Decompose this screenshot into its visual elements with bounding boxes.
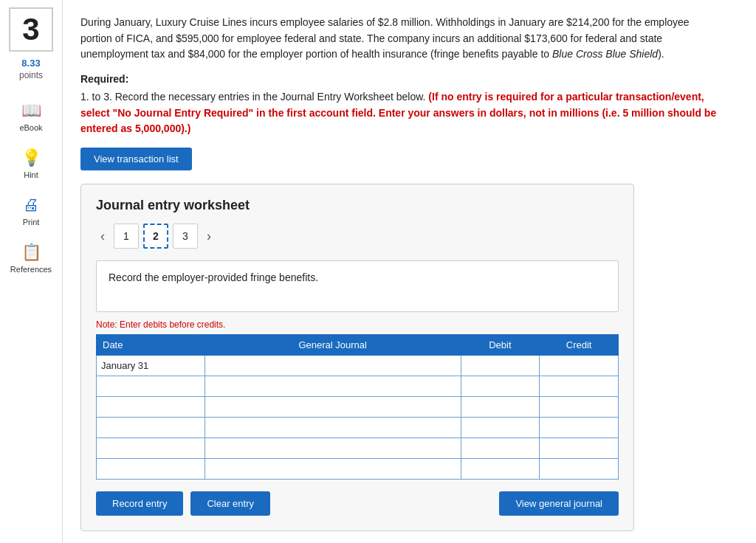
debit-input-0[interactable] bbox=[464, 359, 537, 373]
debit-input-4[interactable] bbox=[464, 441, 537, 455]
points-label: points bbox=[19, 70, 43, 80]
view-transaction-button[interactable]: View transaction list bbox=[80, 148, 192, 170]
credit-cell-5[interactable] bbox=[540, 459, 619, 480]
instruction-box: Record the employer-provided fringe bene… bbox=[96, 260, 619, 312]
col-header-date: Date bbox=[97, 335, 205, 356]
credit-cell-3[interactable] bbox=[540, 418, 619, 438]
credit-cell-1[interactable] bbox=[540, 376, 619, 397]
sidebar-label-references: References bbox=[10, 265, 52, 274]
page-3-button[interactable]: 3 bbox=[173, 224, 198, 249]
col-header-debit: Debit bbox=[461, 335, 540, 356]
debit-input-3[interactable] bbox=[464, 421, 537, 435]
date-cell-2 bbox=[97, 397, 205, 418]
date-cell-4 bbox=[97, 438, 205, 459]
debit-cell-0[interactable] bbox=[461, 356, 540, 376]
gj-cell-2[interactable] bbox=[205, 397, 461, 418]
references-icon: 📋 bbox=[20, 241, 42, 263]
journal-table: Date General Journal Debit Credit Januar… bbox=[96, 334, 619, 480]
sidebar-label-hint: Hint bbox=[24, 170, 38, 179]
problem-text: During January, Luxury Cruise Lines incu… bbox=[80, 15, 723, 63]
sidebar-label-ebook: eBook bbox=[19, 123, 42, 132]
gj-cell-5[interactable] bbox=[205, 459, 461, 480]
debit-cell-5[interactable] bbox=[461, 459, 540, 480]
page-2-button[interactable]: 2 bbox=[143, 224, 168, 249]
gj-input-0[interactable] bbox=[208, 359, 458, 373]
next-page-button[interactable]: › bbox=[202, 227, 216, 246]
gj-input-4[interactable] bbox=[208, 441, 458, 455]
table-row bbox=[97, 438, 619, 459]
sidebar-item-ebook[interactable]: 📖 eBook bbox=[0, 92, 62, 139]
gj-input-2[interactable] bbox=[208, 400, 458, 414]
date-cell-3 bbox=[97, 418, 205, 438]
gj-cell-3[interactable] bbox=[205, 418, 461, 438]
table-row bbox=[97, 397, 619, 418]
debit-input-5[interactable] bbox=[464, 462, 537, 476]
debit-cell-4[interactable] bbox=[461, 438, 540, 459]
date-cell-5 bbox=[97, 459, 205, 480]
italic-text: Blue Cross Blue Shield bbox=[552, 48, 658, 60]
date-cell-0: January 31 bbox=[97, 356, 205, 376]
ebook-icon: 📖 bbox=[20, 100, 42, 122]
points-value: 8.33 bbox=[21, 58, 40, 69]
sidebar-item-references[interactable]: 📋 References bbox=[0, 234, 62, 281]
credit-input-1[interactable] bbox=[543, 379, 615, 393]
credit-cell-0[interactable] bbox=[540, 356, 619, 376]
credit-input-5[interactable] bbox=[543, 462, 615, 476]
sidebar-item-print[interactable]: 🖨 Print bbox=[0, 187, 62, 234]
debit-cell-2[interactable] bbox=[461, 397, 540, 418]
col-header-gj: General Journal bbox=[205, 335, 461, 356]
sidebar: 3 8.33 points 📖 eBook 💡 Hint 🖨 Print 📋 R… bbox=[0, 0, 63, 543]
credit-cell-4[interactable] bbox=[540, 438, 619, 459]
prev-page-button[interactable]: ‹ bbox=[96, 227, 109, 246]
gj-input-5[interactable] bbox=[208, 462, 458, 476]
debit-cell-3[interactable] bbox=[461, 418, 540, 438]
print-icon: 🖨 bbox=[20, 194, 42, 216]
date-cell-1 bbox=[97, 376, 205, 397]
debit-input-1[interactable] bbox=[464, 379, 537, 393]
required-instruction: 1. to 3. Record the necessary entries in… bbox=[80, 89, 723, 137]
record-entry-button[interactable]: Record entry bbox=[96, 491, 183, 516]
table-row bbox=[97, 459, 619, 480]
col-header-credit: Credit bbox=[540, 335, 619, 356]
gj-cell-1[interactable] bbox=[205, 376, 461, 397]
sidebar-item-hint[interactable]: 💡 Hint bbox=[0, 139, 62, 187]
gj-input-3[interactable] bbox=[208, 421, 458, 435]
clear-entry-button[interactable]: Clear entry bbox=[190, 491, 270, 516]
credit-cell-2[interactable] bbox=[540, 397, 619, 418]
table-row bbox=[97, 376, 619, 397]
gj-cell-4[interactable] bbox=[205, 438, 461, 459]
sidebar-label-print: Print bbox=[23, 218, 40, 226]
bottom-buttons: Record entry Clear entry View general jo… bbox=[96, 491, 619, 516]
credit-input-2[interactable] bbox=[543, 400, 615, 414]
note-text: Note: Enter debits before credits. bbox=[96, 319, 619, 330]
pagination: ‹ 1 2 3 › bbox=[96, 224, 619, 249]
gj-cell-0[interactable] bbox=[205, 356, 461, 376]
credit-input-0[interactable] bbox=[543, 359, 615, 373]
worksheet-box: Journal entry worksheet ‹ 1 2 3 › Record… bbox=[80, 184, 634, 531]
main-content: During January, Luxury Cruise Lines incu… bbox=[63, 0, 756, 543]
problem-number: 3 bbox=[9, 7, 53, 52]
debit-cell-1[interactable] bbox=[461, 376, 540, 397]
table-row bbox=[97, 418, 619, 438]
worksheet-title: Journal entry worksheet bbox=[96, 198, 619, 213]
gj-input-1[interactable] bbox=[208, 379, 458, 393]
page-1-button[interactable]: 1 bbox=[114, 224, 139, 249]
hint-icon: 💡 bbox=[20, 147, 42, 169]
credit-input-3[interactable] bbox=[543, 421, 615, 435]
worksheet-instruction: Record the employer-provided fringe bene… bbox=[109, 272, 606, 283]
credit-input-4[interactable] bbox=[543, 441, 615, 455]
debit-input-2[interactable] bbox=[464, 400, 537, 414]
table-row: January 31 bbox=[97, 356, 619, 376]
view-general-journal-button[interactable]: View general journal bbox=[499, 491, 619, 516]
required-header: Required: bbox=[80, 73, 738, 85]
